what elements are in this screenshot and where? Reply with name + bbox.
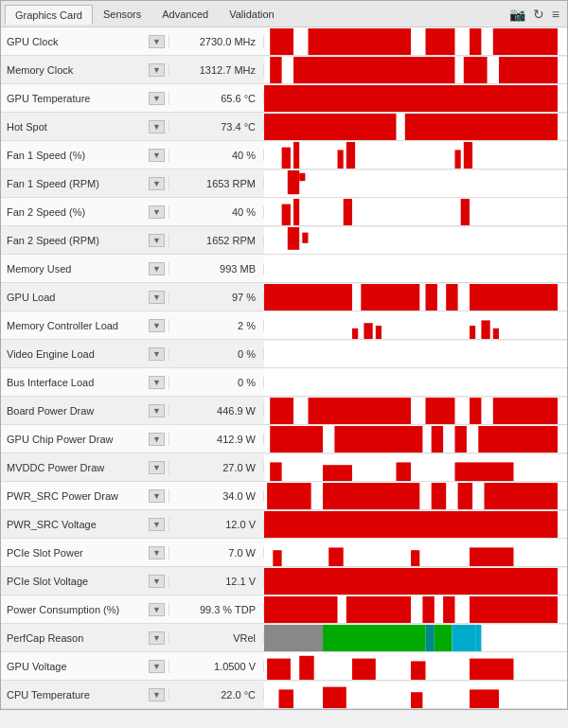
sensor-name-label: Video Engine Load — [7, 348, 95, 360]
svg-rect-63 — [270, 462, 281, 481]
sensor-name-label: Power Consumption (%) — [7, 604, 119, 615]
dropdown-arrow-icon[interactable]: ▼ — [149, 603, 165, 616]
svg-rect-5 — [493, 28, 558, 55]
dropdown-arrow-icon[interactable]: ▼ — [149, 177, 165, 190]
svg-rect-30 — [461, 199, 470, 225]
svg-rect-64 — [323, 465, 352, 481]
svg-rect-26 — [264, 199, 558, 225]
dropdown-arrow-icon[interactable]: ▼ — [149, 376, 165, 389]
dropdown-arrow-icon[interactable]: ▼ — [149, 291, 165, 304]
dropdown-arrow-icon[interactable]: ▼ — [149, 575, 165, 588]
tab-sensors[interactable]: Sensors — [93, 4, 151, 24]
svg-rect-12 — [264, 85, 558, 112]
dropdown-arrow-icon[interactable]: ▼ — [149, 35, 165, 48]
sensor-value-label: 1312.7 MHz — [169, 64, 264, 76]
sensor-value-label: 65.6 °C — [169, 93, 264, 104]
svg-rect-81 — [264, 568, 558, 595]
sensor-graph — [264, 341, 567, 367]
dropdown-arrow-icon[interactable]: ▼ — [149, 92, 165, 105]
dropdown-arrow-icon[interactable]: ▼ — [149, 631, 165, 645]
menu-icon[interactable]: ≡ — [552, 8, 559, 21]
tab-advanced[interactable]: Advanced — [151, 4, 219, 24]
tab-validation[interactable]: Validation — [219, 4, 285, 24]
sensor-graph — [264, 28, 567, 55]
dropdown-arrow-icon[interactable]: ▼ — [149, 461, 165, 474]
sensor-graph — [264, 312, 567, 339]
tab-icons: 📷 ↻ ≡ — [509, 8, 563, 21]
svg-rect-86 — [443, 596, 454, 623]
svg-rect-93 — [452, 625, 475, 651]
app-window: Graphics Card Sensors Advanced Validatio… — [0, 0, 568, 710]
sensor-value-label: VRel — [169, 632, 264, 644]
sensor-name-label: Hot Spot — [7, 121, 47, 133]
sensor-graph — [264, 57, 567, 83]
sensor-name-label: Memory Clock — [7, 64, 73, 76]
svg-rect-4 — [470, 28, 481, 55]
svg-rect-58 — [334, 426, 422, 453]
dropdown-arrow-icon[interactable]: ▼ — [149, 120, 165, 133]
table-row: PCIe Slot Power▼7.0 W — [1, 539, 567, 567]
sensor-name-label: Fan 2 Speed (RPM) — [7, 235, 99, 246]
dropdown-arrow-icon[interactable]: ▼ — [149, 518, 165, 531]
svg-rect-41 — [264, 312, 558, 339]
svg-rect-97 — [299, 655, 314, 679]
svg-rect-61 — [478, 426, 558, 453]
dropdown-arrow-icon[interactable]: ▼ — [149, 149, 165, 162]
refresh-icon[interactable]: ↻ — [533, 8, 544, 21]
tab-graphics-card[interactable]: Graphics Card — [5, 5, 93, 25]
sensor-graph — [264, 682, 567, 708]
sensor-value-label: 99.3 % TDP — [169, 604, 264, 615]
dropdown-arrow-icon[interactable]: ▼ — [149, 489, 165, 503]
sensor-value-label: 34.0 W — [169, 490, 264, 502]
svg-rect-60 — [455, 426, 467, 453]
svg-rect-57 — [270, 426, 323, 453]
sensor-value-label: 0 % — [169, 377, 264, 388]
table-row: Fan 1 Speed (RPM)▼1653 RPM — [1, 169, 567, 198]
sensor-name-label: Memory Used — [7, 263, 71, 275]
dropdown-arrow-icon[interactable]: ▼ — [149, 205, 165, 219]
svg-rect-72 — [485, 483, 559, 509]
table-row: Memory Used▼993 MB — [1, 255, 567, 283]
table-row: PWR_SRC Voltage▼12.0 V — [1, 510, 567, 539]
dropdown-arrow-icon[interactable]: ▼ — [149, 433, 165, 446]
svg-rect-83 — [264, 596, 338, 623]
dropdown-arrow-icon[interactable]: ▼ — [149, 319, 165, 332]
dropdown-arrow-icon[interactable]: ▼ — [149, 262, 165, 275]
dropdown-arrow-icon[interactable]: ▼ — [149, 660, 165, 673]
table-row: Hot Spot▼73.4 °C — [1, 113, 567, 141]
sensor-name-label: Memory Controller Load — [7, 320, 118, 331]
svg-rect-19 — [338, 150, 344, 169]
table-row: MVDDC Power Draw▼27.0 W — [1, 453, 567, 482]
sensor-value-label: 1652 RPM — [169, 235, 264, 246]
sensor-value-label: 27.0 W — [169, 462, 264, 473]
svg-rect-46 — [481, 320, 489, 339]
sensor-value-label: 12.0 V — [169, 519, 264, 530]
dropdown-arrow-icon[interactable]: ▼ — [149, 63, 165, 77]
sensor-name-label: Board Power Draw — [7, 405, 94, 417]
table-row: GPU Voltage▼1.0500 V — [1, 652, 567, 681]
svg-rect-59 — [432, 426, 443, 453]
svg-rect-89 — [264, 625, 323, 651]
sensor-graph — [264, 170, 567, 197]
sensor-graph — [264, 256, 567, 282]
table-row: PWR_SRC Power Draw▼34.0 W — [1, 482, 567, 510]
dropdown-arrow-icon[interactable]: ▼ — [149, 688, 165, 701]
svg-rect-45 — [470, 326, 475, 339]
svg-rect-90 — [323, 625, 426, 651]
svg-rect-15 — [405, 114, 558, 140]
sensor-name-label: Fan 2 Speed (%) — [7, 206, 85, 218]
table-row: Video Engine Load▼0 % — [1, 340, 567, 368]
dropdown-arrow-icon[interactable]: ▼ — [149, 546, 165, 559]
dropdown-arrow-icon[interactable]: ▼ — [149, 404, 165, 417]
svg-rect-33 — [302, 232, 308, 242]
camera-icon[interactable]: 📷 — [509, 8, 525, 21]
dropdown-arrow-icon[interactable]: ▼ — [149, 347, 165, 361]
svg-rect-100 — [470, 658, 514, 679]
svg-rect-2 — [309, 28, 412, 55]
svg-rect-36 — [264, 284, 352, 311]
sensor-name-label: PWR_SRC Power Draw — [7, 490, 118, 502]
svg-rect-14 — [264, 114, 397, 140]
dropdown-arrow-icon[interactable]: ▼ — [149, 234, 165, 247]
sensor-list: GPU Clock▼2730.0 MHzMemory Clock▼1312.7 … — [1, 27, 567, 709]
sensor-value-label: 2 % — [169, 320, 264, 331]
